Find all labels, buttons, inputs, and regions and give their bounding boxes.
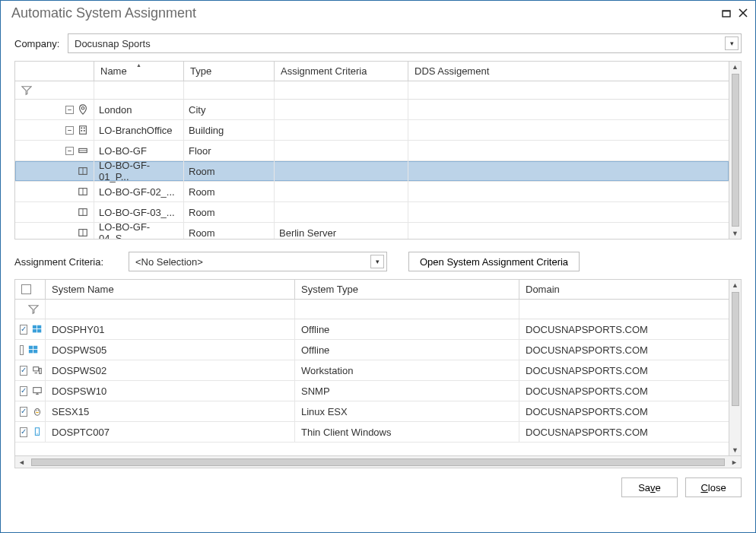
- system-check-cell: ✓: [15, 381, 46, 401]
- system-type-cell: Offline: [295, 319, 519, 339]
- systems-header-type[interactable]: System Type: [295, 280, 519, 299]
- checkbox-icon[interactable]: [21, 284, 31, 294]
- scroll-thumb[interactable]: [31, 458, 725, 466]
- tree-header-dds[interactable]: DDS Assigement: [408, 62, 729, 81]
- tree-criteria-cell: [275, 120, 408, 140]
- system-type-cell: Workstation: [295, 360, 519, 380]
- system-row[interactable]: DOSPWS05OfflineDOCUSNAPSPORTS.COM: [15, 340, 729, 360]
- system-name-cell: DOSPWS05: [46, 340, 295, 360]
- tree-row[interactable]: −LondonCity: [15, 100, 729, 120]
- systems-filter-row: [15, 300, 729, 319]
- tree-header-name[interactable]: Name: [94, 62, 184, 81]
- checkbox-icon[interactable]: ✓: [20, 386, 27, 396]
- maximize-icon[interactable]: [722, 5, 731, 21]
- tree-filter-row: [15, 81, 729, 100]
- systems-horizontal-scrollbar[interactable]: ◄ ►: [14, 456, 742, 468]
- svg-rect-7: [84, 128, 85, 129]
- scroll-thumb[interactable]: [732, 74, 739, 227]
- svg-rect-27: [33, 350, 37, 353]
- open-criteria-button[interactable]: Open System Assignment Criteria: [408, 252, 580, 271]
- tree-filter-dds[interactable]: [408, 81, 729, 99]
- systems-grid: System Name System Type Domain ✓DOSPHY01…: [14, 279, 742, 456]
- scroll-down-icon[interactable]: ▼: [732, 228, 739, 239]
- monitor-icon: [32, 385, 43, 397]
- tree-name-cell: LO-BO-GF-02_...: [94, 182, 184, 201]
- systems-vertical-scrollbar[interactable]: ▲ ▼: [729, 280, 741, 455]
- tree-row[interactable]: LO-BO-GF-02_...Room: [15, 182, 729, 202]
- checkbox-icon[interactable]: [20, 345, 24, 355]
- tree-vertical-scrollbar[interactable]: ▲ ▼: [729, 62, 741, 239]
- system-check-cell: ✓: [15, 360, 46, 380]
- tree-header-type[interactable]: Type: [184, 62, 275, 81]
- close-icon[interactable]: [739, 5, 748, 21]
- criteria-row: Assignment Criteria: <No Selection> ▾ Op…: [14, 252, 742, 271]
- svg-rect-24: [29, 346, 33, 349]
- scroll-down-icon[interactable]: ▼: [732, 445, 739, 455]
- system-row[interactable]: ✓DOSPHY01OfflineDOCUSNAPSPORTS.COM: [15, 319, 729, 340]
- company-value: Docusnap Sports: [75, 38, 151, 49]
- system-row[interactable]: ✓DOSPSW10SNMPDOCUSNAPSPORTS.COM: [15, 381, 729, 401]
- tree-name-cell: LO-BO-GF-01_P...: [94, 161, 184, 181]
- tree-name-cell: LO-BranchOffice: [94, 120, 184, 140]
- company-row: Company: Docusnap Sports ▾: [14, 33, 742, 53]
- tree-name-cell: LO-BO-GF-04_S...: [94, 223, 184, 239]
- system-row[interactable]: ✓DOSPTC007Thin Client WindowsDOCUSNAPSPO…: [15, 422, 729, 443]
- systems-header-domain[interactable]: Domain: [519, 280, 729, 299]
- scroll-right-icon[interactable]: ►: [728, 458, 741, 466]
- tree-toggle-cell: [15, 202, 94, 222]
- funnel-icon[interactable]: [15, 81, 94, 99]
- tree-filter-criteria[interactable]: [275, 81, 408, 99]
- collapse-icon[interactable]: −: [65, 147, 74, 155]
- tree-row[interactable]: −LO-BO-GFFloor: [15, 141, 729, 161]
- checkbox-icon[interactable]: ✓: [20, 366, 27, 376]
- systems-filter-domain[interactable]: [519, 300, 729, 319]
- checkbox-icon[interactable]: ✓: [20, 325, 27, 335]
- chevron-down-icon[interactable]: ▾: [725, 36, 739, 50]
- close-button[interactable]: Close: [685, 477, 742, 497]
- building-icon: [77, 125, 89, 135]
- save-button[interactable]: Save: [621, 477, 678, 497]
- criteria-label: Assignment Criteria:: [14, 256, 121, 268]
- system-name-cell: DOSPHY01: [46, 319, 295, 339]
- tree-row[interactable]: LO-BO-GF-01_P...Room: [15, 161, 729, 182]
- tree-type-cell: Room: [184, 182, 275, 201]
- collapse-icon[interactable]: −: [65, 126, 74, 135]
- tree-header-criteria[interactable]: Assignment Criteria: [275, 62, 408, 81]
- scroll-up-icon[interactable]: ▲: [732, 62, 739, 72]
- svg-rect-21: [37, 325, 41, 328]
- tree-criteria-cell: [275, 141, 408, 160]
- chevron-down-icon[interactable]: ▾: [370, 255, 384, 268]
- system-row[interactable]: ✓DOSPWS02WorkstationDOCUSNAPSPORTS.COM: [15, 360, 729, 381]
- tree-filter-type[interactable]: [184, 81, 275, 99]
- checkbox-icon[interactable]: ✓: [20, 407, 27, 417]
- scroll-up-icon[interactable]: ▲: [732, 280, 739, 290]
- system-domain-cell: DOCUSNAPSPORTS.COM: [519, 319, 729, 339]
- tree-criteria-cell: [275, 202, 408, 222]
- system-type-cell: Linux ESX: [295, 401, 519, 421]
- systems-header-name[interactable]: System Name: [46, 280, 295, 299]
- tree-header-toggle[interactable]: [15, 62, 94, 81]
- scroll-left-icon[interactable]: ◄: [15, 458, 28, 466]
- system-name-cell: DOSPWS02: [46, 360, 295, 380]
- svg-rect-22: [33, 329, 37, 332]
- systems-filter-name[interactable]: [46, 300, 295, 319]
- checkbox-icon[interactable]: ✓: [20, 427, 27, 437]
- systems-filter-check[interactable]: [15, 300, 46, 319]
- tree-row[interactable]: LO-BO-GF-03_...Room: [15, 202, 729, 223]
- scroll-thumb[interactable]: [732, 292, 739, 406]
- system-row[interactable]: ✓SESX15Linux ESXDOCUSNAPSPORTS.COM: [15, 401, 729, 422]
- systems-header-check[interactable]: [15, 280, 46, 299]
- tree-row[interactable]: −LO-BranchOfficeBuilding: [15, 120, 729, 141]
- system-type-cell: Thin Client Windows: [295, 422, 519, 442]
- system-domain-cell: DOCUSNAPSPORTS.COM: [519, 422, 729, 442]
- company-select[interactable]: Docusnap Sports ▾: [68, 33, 742, 53]
- tree-row[interactable]: LO-BO-GF-04_S...RoomBerlin Server: [15, 223, 729, 239]
- tree-dds-cell: [408, 100, 729, 119]
- systems-filter-type[interactable]: [295, 300, 519, 319]
- collapse-icon[interactable]: −: [65, 106, 74, 114]
- system-name-cell: DOSPTC007: [46, 422, 295, 442]
- system-name-cell: SESX15: [46, 401, 295, 421]
- criteria-select[interactable]: <No Selection> ▾: [129, 252, 387, 271]
- tree-filter-name[interactable]: [94, 81, 184, 99]
- company-label: Company:: [14, 38, 68, 49]
